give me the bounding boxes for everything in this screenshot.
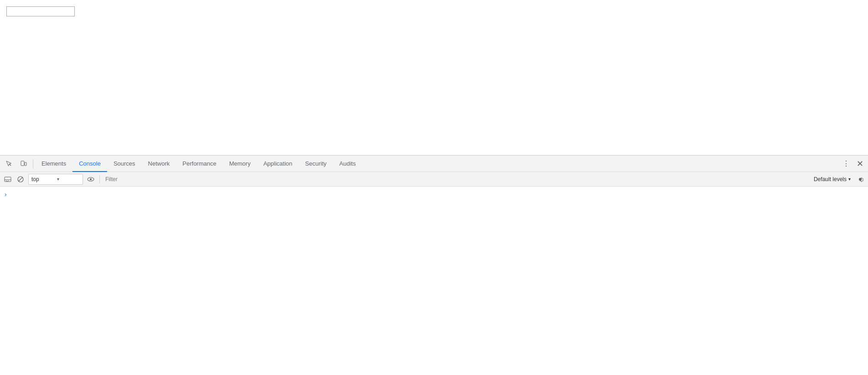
clear-console-button[interactable] — [15, 173, 26, 185]
tab-sources[interactable]: Sources — [107, 156, 142, 172]
svg-rect-2 — [5, 177, 11, 182]
tab-console[interactable]: Console — [72, 156, 107, 172]
default-levels-arrow: ▾ — [848, 177, 851, 182]
console-toolbar: top ▾ Default levels ▾ — [0, 172, 868, 187]
close-icon: ✕ — [857, 159, 863, 169]
toolbar-separator-1 — [33, 159, 33, 168]
console-separator — [99, 175, 100, 183]
more-options-button[interactable]: ⋮ — [840, 157, 852, 170]
console-drawer-icon — [4, 176, 11, 183]
svg-rect-0 — [21, 161, 24, 166]
inspect-element-button[interactable] — [2, 156, 16, 171]
devtools-toolbar-right: ⋮ ✕ — [840, 157, 866, 170]
context-dropdown-arrow: ▾ — [57, 177, 80, 182]
context-value: top — [31, 176, 54, 182]
close-devtools-button[interactable]: ✕ — [853, 157, 866, 170]
eye-icon — [87, 176, 94, 183]
tab-audits[interactable]: Audits — [333, 156, 362, 172]
browser-page — [0, 0, 868, 155]
devtools-tabs: Elements Console Sources Network Perform… — [35, 156, 840, 172]
device-icon — [20, 160, 27, 167]
device-toggle-button[interactable] — [16, 156, 31, 171]
svg-line-5 — [19, 177, 23, 181]
tab-elements[interactable]: Elements — [35, 156, 72, 172]
tab-application[interactable]: Application — [257, 156, 299, 172]
default-levels-button[interactable]: Default levels ▾ — [811, 174, 853, 185]
live-expressions-button[interactable] — [85, 173, 97, 185]
tab-memory[interactable]: Memory — [223, 156, 257, 172]
filter-input[interactable] — [103, 174, 810, 185]
console-prompt-row: › — [0, 188, 868, 201]
tab-security[interactable]: Security — [299, 156, 333, 172]
devtools-panel: Elements Console Sources Network Perform… — [0, 155, 868, 375]
tab-network[interactable]: Network — [142, 156, 176, 172]
three-dot-icon: ⋮ — [842, 159, 850, 168]
context-selector[interactable]: top ▾ — [28, 174, 83, 185]
gear-icon — [856, 175, 864, 183]
default-levels-label: Default levels — [814, 176, 847, 182]
inspect-icon — [5, 160, 13, 167]
console-output[interactable]: › — [0, 187, 868, 375]
clear-icon — [17, 176, 24, 183]
devtools-toolbar: Elements Console Sources Network Perform… — [0, 156, 868, 172]
console-settings-button[interactable] — [854, 173, 866, 185]
svg-rect-1 — [25, 162, 26, 166]
show-console-drawer-button[interactable] — [2, 173, 14, 185]
svg-point-7 — [90, 178, 92, 180]
console-prompt-arrow: › — [4, 190, 7, 199]
page-input[interactable] — [6, 6, 75, 16]
tab-performance[interactable]: Performance — [176, 156, 222, 172]
